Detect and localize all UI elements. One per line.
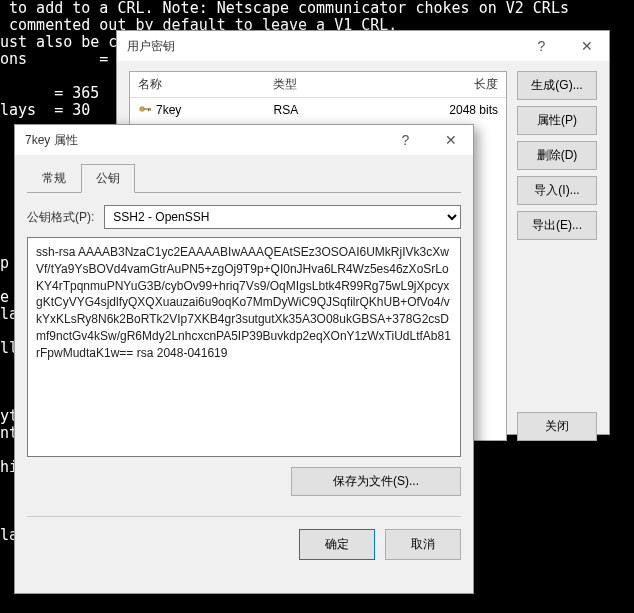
close-icon[interactable]: ✕ — [428, 125, 473, 155]
format-select[interactable]: SSH2 - OpenSSH — [104, 205, 461, 229]
tab-general[interactable]: 常规 — [27, 164, 81, 193]
cell-type: RSA — [265, 98, 358, 122]
key-icon — [138, 102, 152, 116]
cancel-button[interactable]: 取消 — [385, 529, 461, 560]
separator — [27, 516, 461, 517]
tab-strip: 常规 公钥 — [27, 163, 461, 193]
dialog-title: 7key 属性 — [25, 132, 78, 149]
svg-rect-1 — [144, 108, 150, 109]
import-button[interactable]: 导入(I)... — [517, 176, 597, 205]
generate-button[interactable]: 生成(G)... — [517, 71, 597, 100]
help-button[interactable]: ? — [383, 125, 428, 155]
column-length[interactable]: 长度 — [358, 72, 506, 98]
svg-rect-3 — [150, 108, 151, 110]
key-properties-dialog: 7key 属性 ? ✕ 常规 公钥 公钥格式(P): SSH2 - OpenSS… — [14, 124, 474, 594]
save-as-file-button[interactable]: 保存为文件(S)... — [291, 467, 461, 496]
help-button[interactable]: ? — [519, 31, 564, 61]
svg-point-0 — [140, 107, 145, 112]
ok-button[interactable]: 确定 — [299, 529, 375, 560]
cell-name: 7key — [130, 98, 265, 122]
column-name[interactable]: 名称 — [130, 72, 265, 98]
dialog-titlebar: 7key 属性 ? ✕ — [15, 125, 473, 155]
dialog-title: 用户密钥 — [127, 38, 175, 55]
delete-button[interactable]: 删除(D) — [517, 141, 597, 170]
close-icon[interactable]: ✕ — [564, 31, 609, 61]
tab-public-key[interactable]: 公钥 — [81, 164, 135, 193]
close-button[interactable]: 关闭 — [517, 412, 597, 441]
column-type[interactable]: 类型 — [265, 72, 358, 98]
dialog-titlebar: 用户密钥 ? ✕ — [117, 31, 609, 61]
svg-rect-2 — [148, 108, 149, 111]
export-button[interactable]: 导出(E)... — [517, 211, 597, 240]
format-label: 公钥格式(P): — [27, 209, 94, 226]
table-row[interactable]: 7key RSA 2048 bits — [130, 98, 506, 122]
public-key-textarea[interactable]: ssh-rsa AAAAB3NzaC1yc2EAAAABIwAAAQEAtSEz… — [27, 237, 461, 457]
cell-length: 2048 bits — [358, 98, 506, 122]
properties-button[interactable]: 属性(P) — [517, 106, 597, 135]
